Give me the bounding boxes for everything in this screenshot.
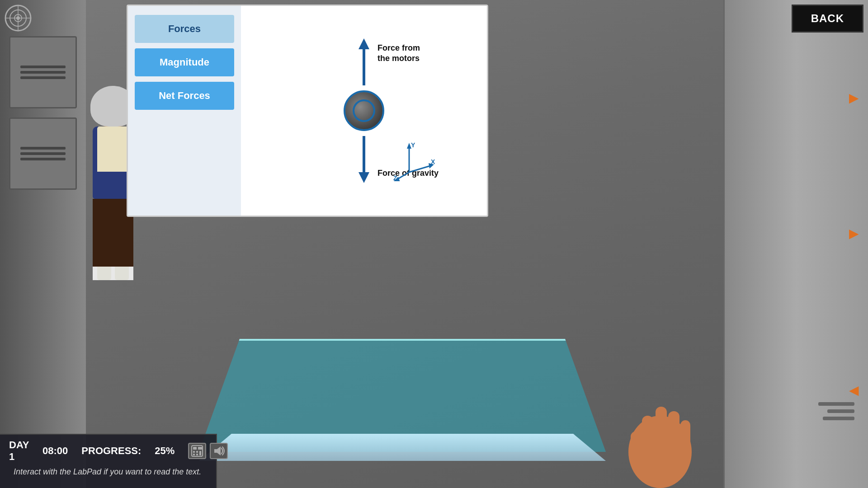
coordinate-axes: Y X Z bbox=[391, 141, 436, 183]
svg-rect-13 bbox=[680, 420, 690, 456]
svg-rect-14 bbox=[631, 432, 641, 459]
locker-bottom bbox=[9, 117, 77, 190]
volume-icon[interactable] bbox=[210, 443, 228, 459]
table-rim bbox=[199, 434, 606, 461]
locker-line bbox=[20, 76, 66, 79]
svg-rect-18 bbox=[193, 454, 195, 455]
hud-bar: DAY 1 08:00 PROGRESS: 25% bbox=[0, 434, 217, 488]
svg-point-29 bbox=[16, 16, 20, 20]
svg-text:X: X bbox=[431, 158, 435, 165]
magnitude-button[interactable]: Magnitude bbox=[135, 48, 234, 76]
hud-icons bbox=[188, 443, 228, 459]
hud-progress-label: PROGRESS: bbox=[81, 445, 141, 457]
svg-rect-21 bbox=[199, 451, 201, 455]
label-force-motors: Force fromthe motors bbox=[377, 43, 420, 64]
char-shirt bbox=[97, 127, 129, 172]
right-arrow-bottom: ◀ bbox=[849, 383, 859, 398]
orange-arrow-icon: ▶ bbox=[849, 91, 859, 105]
locker-line bbox=[20, 158, 66, 160]
arrow-up bbox=[359, 38, 369, 85]
right-panel: ▶ ▶ ◀ bbox=[723, 0, 868, 488]
drone-ring bbox=[353, 99, 375, 122]
svg-rect-20 bbox=[196, 454, 198, 455]
forces-button[interactable]: Forces bbox=[135, 15, 234, 43]
arrow-shaft-up bbox=[363, 49, 365, 85]
locker-top bbox=[9, 36, 77, 108]
detail-lines-container bbox=[818, 402, 854, 420]
svg-rect-16 bbox=[193, 447, 197, 450]
svg-rect-10 bbox=[642, 416, 653, 456]
svg-rect-11 bbox=[656, 407, 667, 452]
arrow-shaft-down bbox=[363, 136, 365, 172]
whiteboard-sidebar: Forces Magnitude Net Forces bbox=[128, 6, 241, 216]
svg-text:Y: Y bbox=[411, 141, 415, 149]
locker-line bbox=[20, 71, 66, 74]
svg-rect-19 bbox=[196, 451, 198, 453]
locker-line bbox=[20, 66, 66, 68]
app-logo bbox=[5, 5, 32, 32]
detail-line-3 bbox=[823, 417, 854, 420]
player-hand bbox=[615, 352, 705, 488]
char-head bbox=[97, 90, 129, 127]
drone-body bbox=[344, 90, 384, 131]
net-forces-button[interactable]: Net Forces bbox=[135, 82, 234, 110]
char-leg-left bbox=[97, 199, 111, 267]
arrowhead-down-icon bbox=[359, 172, 369, 183]
hud-instruction-text: Interact with the LabPad if you want to … bbox=[9, 466, 207, 478]
orange-arrow-mid-icon: ▶ bbox=[849, 226, 859, 240]
calculator-icon[interactable] bbox=[188, 443, 206, 459]
locker-line bbox=[20, 147, 66, 150]
hud-day: DAY 1 bbox=[9, 439, 29, 463]
hud-progress-value: 25% bbox=[155, 445, 175, 457]
detail-line-1 bbox=[818, 402, 854, 406]
whiteboard-content: Force fromthe motors Force of gravity bbox=[241, 6, 487, 216]
svg-rect-17 bbox=[193, 451, 195, 453]
hud-time: 08:00 bbox=[42, 445, 68, 457]
right-arrow-mid: ▶ bbox=[849, 226, 859, 241]
right-arrow-top: ▶ bbox=[849, 90, 859, 105]
arrowhead-up-icon bbox=[359, 38, 369, 49]
locker-line bbox=[20, 152, 66, 155]
svg-line-3 bbox=[409, 165, 432, 172]
drone-diagram: Force fromthe motors Force of gravity bbox=[278, 25, 450, 197]
arrow-down bbox=[359, 136, 369, 183]
detail-line-2 bbox=[827, 409, 854, 413]
whiteboard-panel: Forces Magnitude Net Forces Force fromth… bbox=[127, 5, 488, 217]
orange-arrow-bottom-icon: ◀ bbox=[849, 383, 859, 397]
hud-top-row: DAY 1 08:00 PROGRESS: 25% bbox=[9, 439, 207, 463]
back-button[interactable]: BACK bbox=[792, 5, 863, 33]
svg-rect-22 bbox=[198, 447, 202, 450]
svg-marker-23 bbox=[214, 446, 221, 455]
svg-text:Z: Z bbox=[393, 174, 397, 181]
svg-rect-12 bbox=[668, 411, 679, 454]
